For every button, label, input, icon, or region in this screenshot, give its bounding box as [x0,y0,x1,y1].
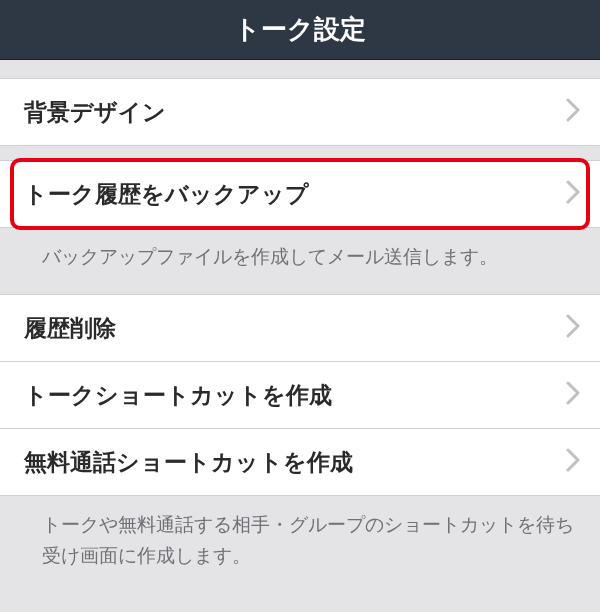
page-title: トーク設定 [234,12,366,47]
chevron-right-icon [566,448,580,476]
backup-history-item[interactable]: トーク履歴をバックアップ [0,160,600,228]
call-shortcut-item[interactable]: 無料通話ショートカットを作成 [0,428,600,496]
background-design-item[interactable]: 背景デザイン [0,78,600,146]
shortcut-helper-text: トークや無料通話する相手・グループのショートカットを待ち受け画面に作成します。 [0,496,600,571]
chevron-right-icon [566,180,580,208]
call-shortcut-label: 無料通話ショートカットを作成 [24,447,353,478]
chevron-right-icon [566,381,580,409]
talk-shortcut-item[interactable]: トークショートカットを作成 [0,361,600,429]
talk-shortcut-label: トークショートカットを作成 [24,380,332,411]
chevron-right-icon [566,314,580,342]
delete-history-label: 履歴削除 [24,313,116,344]
settings-content: 背景デザイン トーク履歴をバックアップ バックアップファイルを作成してメール送信… [0,60,600,571]
backup-helper-text: バックアップファイルを作成してメール送信します。 [0,228,600,272]
background-design-label: 背景デザイン [24,97,166,128]
delete-history-item[interactable]: 履歴削除 [0,294,600,362]
backup-history-wrapper: トーク履歴をバックアップ [0,160,600,228]
backup-history-label: トーク履歴をバックアップ [24,179,309,210]
chevron-right-icon [566,98,580,126]
header-bar: トーク設定 [0,0,600,60]
